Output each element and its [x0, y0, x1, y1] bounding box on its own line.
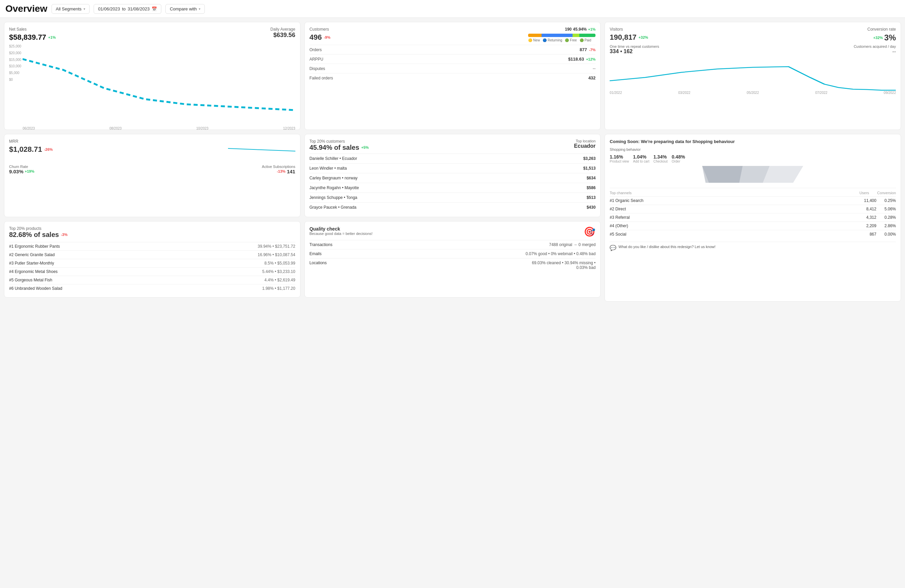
- y-label-1: $25,000: [9, 44, 21, 48]
- channel-users: 867: [870, 232, 876, 237]
- channel-row: #3 Referral4,3120.28%: [610, 213, 896, 222]
- product-row: #2 Generic Granite Salad16.96% • $10,087…: [9, 250, 295, 259]
- channel-users: 11,400: [864, 198, 876, 203]
- v-x-1: 01/2022: [610, 91, 622, 95]
- products-badge: -3%: [61, 233, 68, 237]
- subs-label: Active Subscriptions: [262, 165, 295, 169]
- y-label-5: $5,000: [9, 71, 21, 75]
- segment-dropdown[interactable]: All Segments ▾: [52, 4, 90, 14]
- mrr-badge: -26%: [44, 147, 53, 151]
- date-range-picker[interactable]: 01/06/2023 to 31/08/2023 📅: [94, 4, 161, 14]
- visitors-chart: [610, 57, 896, 91]
- customer-row: Danielle Schiller • Ecuador$3,263: [310, 154, 596, 163]
- customers-card: Customers 496 -9% 190 45.94% +1%: [305, 22, 601, 130]
- product-row: #3 Putler Starter-Monthly8.5% • $5,053.9…: [9, 259, 295, 267]
- acquired-label: Customers acquired / day: [854, 44, 896, 49]
- date-separator: to: [122, 6, 125, 11]
- products-label: Top 20% products: [9, 226, 295, 231]
- customer-name: Grayce Paucek • Grenada: [310, 205, 357, 210]
- product-stats: 4.4% • $2,619.49: [264, 278, 295, 282]
- channel-users: 2,209: [866, 223, 876, 228]
- top-location-label: Top location: [574, 139, 595, 143]
- channel-users: 4,312: [866, 215, 876, 220]
- compare-dropdown[interactable]: Compare with ▾: [165, 4, 205, 14]
- y-label-2: $20,000: [9, 51, 21, 55]
- orders-label: Orders: [310, 48, 322, 52]
- legend-returning: 🔵 Returning: [543, 38, 562, 42]
- customer-value: $634: [587, 176, 596, 181]
- shopping-card: Coming Soon: We're preparing data for Sh…: [605, 134, 901, 301]
- visitors-label: Visitors: [610, 27, 648, 32]
- locations-label: Locations: [310, 260, 327, 270]
- churn-badge: +19%: [25, 169, 34, 173]
- customer-name: Leon Windler • malta: [310, 166, 347, 171]
- disputes-label: Disputes: [310, 66, 325, 71]
- daily-avg-value: $639.56: [270, 32, 295, 39]
- orders-value: 877: [580, 47, 587, 52]
- churn-label: Churn Rate: [9, 165, 34, 169]
- customer-name: Carley Bergnaum • norway: [310, 176, 358, 181]
- product-name: #5 Gorgeous Metal Fish: [9, 278, 52, 282]
- metric-name-2: Add to cart: [633, 160, 649, 163]
- visitors-card: Visitors 190,817 +32% Conversion rate +3…: [605, 22, 901, 130]
- date-to: 31/08/2023: [128, 6, 149, 11]
- donut-pct: 45.94%: [573, 27, 587, 32]
- legend-paid: 🟢 Paid: [580, 38, 591, 42]
- arppu-label: ARPPU: [310, 57, 323, 62]
- metric-product-view: 1.16% Product view: [610, 154, 629, 163]
- legend-free: 🟢 Free: [565, 38, 576, 42]
- x-label-3: 10/2023: [196, 127, 208, 130]
- customer-list: Danielle Schiller • Ecuador$3,263Leon Wi…: [310, 154, 596, 212]
- v-x-5: 09/2022: [884, 91, 896, 95]
- mrr-value: $1,028.71: [9, 145, 42, 154]
- customer-name: Danielle Schiller • Ecuador: [310, 156, 357, 161]
- channels-conv-label: Conversion: [877, 191, 896, 195]
- emails-value: 0.07% good • 0% webmail • 0.48% bad: [526, 251, 595, 256]
- v-x-3: 05/2022: [747, 91, 759, 95]
- customer-value: $513: [587, 195, 596, 200]
- channel-row: #1 Organic Search11,4000.25%: [610, 196, 896, 204]
- arppu-value: $118.63: [568, 57, 584, 62]
- customer-value: $586: [587, 185, 596, 190]
- top-customers-value: 45.94% of sales: [310, 144, 359, 151]
- emails-label: Emails: [310, 251, 322, 256]
- product-stats: 1.98% • $1,177.20: [262, 286, 295, 291]
- failed-orders-label: Failed orders: [310, 76, 333, 81]
- channel-row: #4 (Other)2,2092.86%: [610, 222, 896, 230]
- product-stats: 16.96% • $10,087.54: [258, 252, 295, 257]
- y-label-3: $15,000: [9, 58, 21, 62]
- channel-row: #2 Direct8,4125.06%: [610, 204, 896, 213]
- product-name: #1 Ergonomic Rubber Pants: [9, 244, 60, 249]
- svg-marker-2: [702, 166, 743, 183]
- net-sales-label: Net Sales: [9, 27, 56, 32]
- compare-label: Compare with: [170, 6, 197, 11]
- quality-label: Quality check: [310, 226, 373, 231]
- locations-value: 69.03% cleaned • 30.94% missing • 0.03% …: [528, 260, 595, 270]
- bar-paid: [579, 34, 595, 37]
- chevron-down-icon: ▾: [84, 7, 85, 11]
- acquired-value: --: [854, 49, 896, 54]
- product-name: #6 Unbranded Wooden Salad: [9, 286, 62, 291]
- page-title: Overview: [5, 3, 48, 14]
- bar-new: [528, 34, 541, 37]
- daily-avg-label: Daily Average: [270, 27, 295, 32]
- v-x-4: 07/2022: [815, 91, 827, 95]
- customer-name: Jacynthe Rogahn • Mayotte: [310, 185, 359, 190]
- funnel-chart: [610, 166, 896, 183]
- customer-name: Jennings Schuppe • Tonga: [310, 195, 357, 200]
- net-sales-card: Net Sales $58,839.77 +1% Daily Average $…: [4, 22, 300, 130]
- product-list: #1 Ergonomic Rubber Pants39.94% • $23,75…: [9, 242, 295, 293]
- metric-pct-4: 0.48%: [672, 154, 685, 160]
- channel-conv: 0.25%: [884, 198, 896, 203]
- net-sales-chart: [22, 44, 295, 125]
- channel-name: #4 (Other): [610, 223, 628, 228]
- product-row: #4 Ergonomic Metal Shoes5.44% • $3,233.1…: [9, 267, 295, 276]
- products-card: Top 20% products 82.68% of sales -3% #1 …: [4, 221, 300, 298]
- channel-name: #5 Social: [610, 232, 626, 237]
- channel-row: #5 Social8670.00%: [610, 230, 896, 238]
- product-row: #5 Gorgeous Metal Fish4.4% • $2,619.49: [9, 276, 295, 284]
- customer-row: Carley Bergnaum • norway$634: [310, 173, 596, 183]
- churn-value: 9.03%: [9, 169, 24, 174]
- y-label-6: $0: [9, 78, 21, 81]
- customer-row: Jacynthe Rogahn • Mayotte$586: [310, 183, 596, 193]
